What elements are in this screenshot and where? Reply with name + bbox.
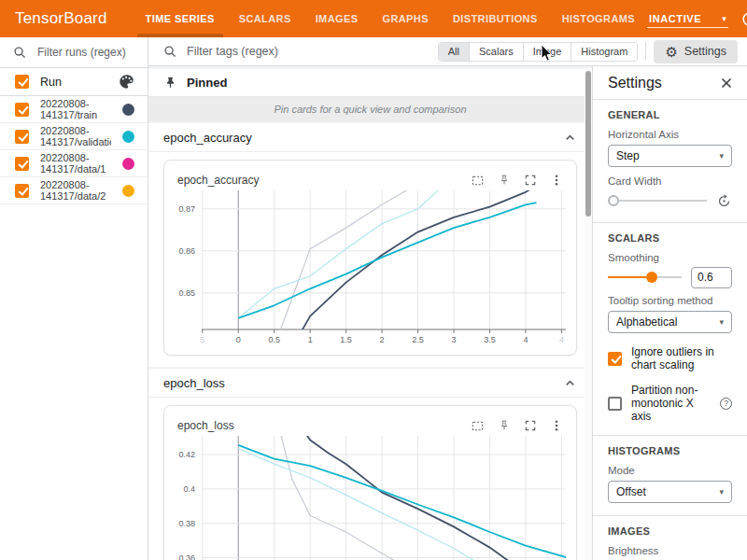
run-color-dot[interactable] (122, 158, 134, 170)
tab-time-series[interactable]: TIME SERIES (134, 0, 227, 37)
reset-icon[interactable] (716, 193, 732, 209)
svg-text:0.4: 0.4 (183, 484, 195, 494)
cards-area: Pinned Pin cards for a quick view and co… (148, 66, 592, 560)
card-title: epoch_loss (177, 419, 234, 432)
svg-text:0.42: 0.42 (178, 450, 195, 459)
tab-histograms[interactable]: HISTOGRAMS (550, 0, 647, 37)
pin-icon[interactable] (498, 174, 511, 187)
smoothing-label: Smoothing (608, 252, 732, 263)
runs-filter-input[interactable] (35, 45, 134, 60)
tooltip-sorting-label: Tooltip sorting method (608, 295, 732, 306)
run-select-all-checkbox[interactable] (15, 75, 29, 89)
toolbar-divider (645, 42, 646, 61)
pinned-title: Pinned (187, 76, 227, 90)
settings-histograms: HISTOGRAMS Mode Offset ▾ (593, 436, 747, 516)
svg-text:3: 3 (451, 335, 456, 344)
fit-to-data-icon[interactable] (471, 419, 485, 433)
fullscreen-icon[interactable] (524, 419, 537, 432)
run-checkbox[interactable] (15, 184, 29, 198)
settings-panel: Settings GENERAL Horizontal Axis Step ▾ … (592, 66, 747, 560)
pin-icon[interactable] (498, 419, 511, 432)
settings-button[interactable]: ⚙ Settings (654, 40, 738, 63)
more-options-icon[interactable] (550, 174, 563, 187)
section-header[interactable]: epoch_accuracy (148, 123, 592, 152)
app-logo: TensorBoard (0, 9, 120, 28)
run-row-data-2[interactable]: 20220808-141317/data/2 (0, 177, 148, 204)
header-actions: INACTIVE ▾ ⚙ ? (647, 10, 747, 28)
svg-text:0.85: 0.85 (178, 288, 195, 298)
run-row-data-1[interactable]: 20220808-141317/data/1 (0, 150, 148, 177)
images-heading: IMAGES (608, 525, 732, 537)
svg-text:2: 2 (380, 335, 385, 344)
fit-to-data-icon[interactable] (471, 174, 485, 188)
chevron-up-icon[interactable] (563, 131, 577, 145)
filter-scalars-button[interactable]: Scalars (470, 43, 524, 61)
palette-icon[interactable] (119, 74, 134, 90)
theme-toggle-icon[interactable] (740, 10, 747, 28)
tab-graphs[interactable]: GRAPHS (370, 0, 440, 37)
run-checkbox[interactable] (15, 157, 29, 171)
card-width-label: Card Width (608, 175, 732, 187)
chevron-up-icon[interactable] (563, 376, 577, 390)
help-icon[interactable]: ? (720, 398, 732, 410)
tags-toolbar: All Scalars Image Histogram ⚙ Settings (148, 37, 747, 66)
settings-general: GENERAL Horizontal Axis Step ▾ Card Widt… (593, 100, 747, 223)
tag-type-filter-group: All Scalars Image Histogram (438, 42, 639, 62)
svg-text:2.5: 2.5 (412, 335, 424, 344)
histogram-mode-select[interactable]: Offset ▾ (608, 481, 732, 503)
partition-x-checkbox[interactable] (608, 397, 622, 411)
vertical-scrollbar[interactable] (585, 68, 592, 560)
mode-label: Mode (608, 465, 732, 476)
filter-histogram-button[interactable]: Histogram (571, 43, 637, 61)
gear-icon: ⚙ (665, 45, 677, 59)
ignore-outliers-checkbox[interactable] (608, 352, 622, 366)
section-title: epoch_accuracy (163, 131, 252, 145)
settings-images: IMAGES Brightness Contrast (593, 516, 747, 560)
scrollbar-thumb[interactable] (585, 71, 591, 217)
section-header[interactable]: epoch_loss (148, 369, 592, 398)
histograms-heading: HISTOGRAMS (608, 445, 732, 456)
tab-distributions[interactable]: DISTRIBUTIONS (441, 0, 550, 37)
filter-image-button[interactable]: Image (524, 43, 572, 61)
ignore-outliers-label: Ignore outliers in chart scaling (631, 345, 732, 371)
run-color-dot[interactable] (122, 185, 134, 197)
close-icon[interactable] (719, 76, 734, 91)
chevron-down-icon: ▾ (722, 14, 726, 23)
tags-filter-input[interactable] (185, 44, 430, 59)
epoch-accuracy-chart[interactable]: 0.850.860.87500.511.522.533.544 (174, 190, 575, 349)
run-color-dot[interactable] (122, 131, 134, 143)
reload-status-value: INACTIVE (649, 13, 701, 24)
settings-scalars: SCALARS Smoothing Tooltip sorting method… (593, 223, 747, 436)
run-row-train[interactable]: 20220808-141317/train (0, 96, 148, 123)
horizontal-axis-select[interactable]: Step ▾ (608, 145, 732, 167)
epoch-loss-chart[interactable]: 0.360.380.40.42 (174, 436, 575, 560)
section-title: epoch_loss (163, 376, 225, 390)
run-color-dot[interactable] (122, 104, 134, 116)
smoothing-slider[interactable] (608, 271, 682, 284)
run-checkbox[interactable] (15, 130, 29, 144)
scalar-card-epoch-accuracy: epoch_accuracy (163, 160, 577, 356)
horizontal-axis-label: Horizontal Axis (608, 129, 732, 140)
runs-sidebar: Run 20220808-141317/train 20220808-14131… (0, 37, 148, 560)
run-name: 20220808- (40, 152, 90, 163)
run-name: 20220808- (40, 125, 90, 136)
reload-status-dropdown[interactable]: INACTIVE ▾ (647, 10, 728, 28)
fullscreen-icon[interactable] (524, 174, 537, 187)
smoothing-value-input[interactable] (691, 267, 732, 288)
run-row-validation[interactable]: 20220808-141317/validation (0, 123, 148, 150)
partition-x-row[interactable]: Partition non-monotonic X axis ? (608, 384, 732, 423)
more-options-icon[interactable] (550, 419, 563, 432)
card-title: epoch_accuracy (177, 174, 259, 187)
tab-images[interactable]: IMAGES (303, 0, 371, 37)
run-checkbox[interactable] (15, 103, 29, 117)
svg-text:4: 4 (523, 335, 528, 344)
tooltip-sorting-select[interactable]: Alphabetical ▾ (608, 311, 732, 333)
svg-text:3.5: 3.5 (484, 335, 496, 344)
card-width-slider[interactable] (608, 194, 707, 207)
tab-scalars[interactable]: SCALARS (227, 0, 303, 37)
ignore-outliers-row[interactable]: Ignore outliers in chart scaling (608, 345, 732, 371)
run-name: 20220808- (40, 98, 90, 109)
filter-all-button[interactable]: All (439, 43, 470, 61)
nav-tabs: TIME SERIES SCALARS IMAGES GRAPHS DISTRI… (134, 0, 647, 37)
svg-text:0.87: 0.87 (178, 204, 195, 214)
